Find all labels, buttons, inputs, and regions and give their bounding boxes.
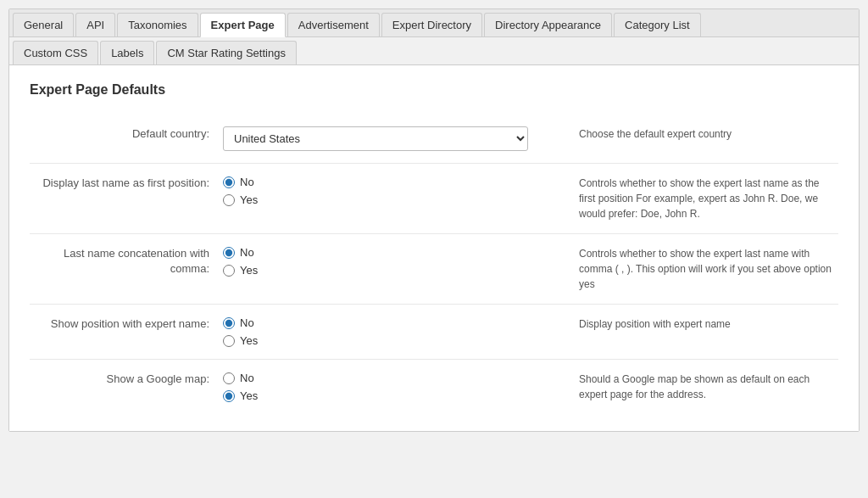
tab-api[interactable]: API	[75, 13, 115, 36]
form-row: Display last name as first position:NoYe…	[30, 164, 838, 234]
radio-no-1[interactable]	[223, 176, 235, 188]
radio-no-3[interactable]	[223, 317, 235, 329]
tabs-row2: Custom CSSLabelsCM Star Rating Settings	[9, 37, 859, 65]
radio-group-1: NoYes	[223, 176, 565, 206]
form-row: Show position with expert name:NoYesDisp…	[30, 305, 838, 360]
tab-custom-css[interactable]: Custom CSS	[13, 41, 98, 64]
radio-label-no[interactable]: No	[223, 372, 565, 384]
tab-taxonomies[interactable]: Taxonomies	[117, 13, 198, 36]
radio-label-yes[interactable]: Yes	[223, 334, 565, 347]
radio-option-text: No	[240, 246, 254, 259]
form-row: Show a Google map:NoYesShould a Google m…	[30, 360, 838, 415]
radio-option-text: Yes	[240, 334, 258, 347]
radio-option-text: No	[240, 316, 254, 329]
radio-no-2[interactable]	[223, 247, 235, 259]
field-help-0: Choose the default expert country	[572, 115, 838, 164]
radio-label-yes[interactable]: Yes	[223, 264, 565, 277]
tab-category-list[interactable]: Category List	[614, 13, 701, 36]
settings-container: GeneralAPITaxonomiesExpert PageAdvertise…	[8, 8, 860, 432]
tab-expert-page[interactable]: Expert Page	[200, 13, 286, 37]
radio-group-2: NoYes	[223, 246, 565, 277]
field-help-1: Controls whether to show the expert last…	[572, 164, 838, 234]
field-input-0[interactable]: United States	[216, 115, 572, 164]
radio-group-3: NoYes	[223, 316, 565, 347]
radio-group-4: NoYes	[223, 372, 565, 402]
tab-expert-directory[interactable]: Expert Directory	[381, 13, 482, 36]
radio-option-text: No	[240, 176, 254, 188]
tab-directory-appearance[interactable]: Directory Appearance	[484, 13, 612, 36]
country-select[interactable]: United States	[223, 126, 528, 151]
field-label-3: Show position with expert name:	[30, 305, 216, 360]
field-input-1: NoYes	[216, 164, 572, 234]
radio-yes-1[interactable]	[223, 194, 235, 206]
tab-cm-star-rating-settings[interactable]: CM Star Rating Settings	[156, 41, 296, 64]
field-input-2: NoYes	[216, 234, 572, 305]
tab-advertisement[interactable]: Advertisement	[287, 13, 380, 36]
field-label-2: Last name concatenation with comma:	[30, 234, 216, 305]
radio-option-text: Yes	[240, 389, 258, 402]
radio-label-no[interactable]: No	[223, 176, 565, 188]
content-area: Expert Page Defaults Default country:Uni…	[9, 65, 859, 431]
radio-option-text: Yes	[240, 264, 258, 277]
form-row: Last name concatenation with comma:NoYes…	[30, 234, 838, 305]
form-table: Default country:United StatesChoose the …	[30, 115, 838, 414]
radio-label-no[interactable]: No	[223, 316, 565, 329]
field-input-4: NoYes	[216, 360, 572, 415]
radio-option-text: No	[240, 372, 254, 384]
field-label-0: Default country:	[30, 115, 216, 164]
tab-labels[interactable]: Labels	[100, 41, 154, 64]
field-label-1: Display last name as first position:	[30, 164, 216, 234]
radio-option-text: Yes	[240, 193, 258, 206]
radio-yes-2[interactable]	[223, 265, 235, 277]
radio-yes-4[interactable]	[223, 390, 235, 402]
radio-label-yes[interactable]: Yes	[223, 389, 565, 402]
radio-yes-3[interactable]	[223, 335, 235, 347]
field-help-4: Should a Google map be shown as default …	[572, 360, 838, 415]
field-help-3: Display position with expert name	[572, 305, 838, 360]
page-title: Expert Page Defaults	[30, 82, 838, 98]
form-row: Default country:United StatesChoose the …	[30, 115, 838, 164]
field-label-4: Show a Google map:	[30, 360, 216, 415]
field-help-2: Controls whether to show the expert last…	[572, 234, 838, 305]
radio-no-4[interactable]	[223, 372, 235, 384]
tab-general[interactable]: General	[13, 13, 74, 36]
radio-label-no[interactable]: No	[223, 246, 565, 259]
radio-label-yes[interactable]: Yes	[223, 193, 565, 206]
tabs-row1: GeneralAPITaxonomiesExpert PageAdvertise…	[9, 9, 859, 37]
field-input-3: NoYes	[216, 305, 572, 360]
